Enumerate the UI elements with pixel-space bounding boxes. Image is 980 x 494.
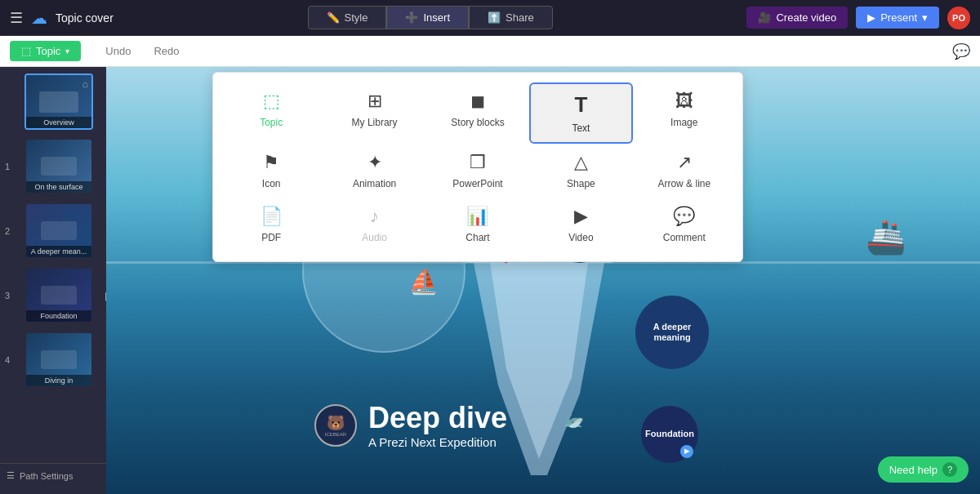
insert-pdf[interactable]: 📄 PDF (220, 198, 323, 251)
sailboat: ⛵ (408, 267, 439, 296)
topic-button[interactable]: ⬚ Topic ▾ (10, 41, 81, 61)
toolbar: ⬚ Topic ▾ Undo Redo 💬 ⬚ Topic ⊞ My Libra… (0, 36, 980, 67)
cloud-icon: ☁ (31, 8, 47, 28)
chart-icon: 📊 (466, 206, 488, 227)
slide-thumbnail-1[interactable]: On the surface (24, 138, 93, 194)
library-icon: ⊞ (368, 91, 382, 112)
need-help-button[interactable]: Need help ? (878, 456, 969, 483)
home-icon: ⌂ (82, 78, 88, 90)
insert-icon[interactable]: ⚑ Icon (220, 144, 323, 198)
insert-topic[interactable]: ⬚ Topic (220, 82, 323, 144)
ship: 🚢 (866, 218, 906, 256)
slide-label-overview: Overview (26, 117, 91, 128)
insert-shape[interactable]: △ Shape (529, 144, 632, 198)
icebear-logo: 🐻 ICEBEAR (314, 404, 357, 447)
insert-comment[interactable]: 💬 Comment (633, 198, 736, 251)
question-mark-icon: ? (942, 462, 957, 477)
animation-icon: ✦ (368, 152, 382, 173)
audio-icon: ♪ (370, 206, 379, 227)
deep-dive-title: Deep dive (368, 401, 507, 435)
topic-icon: ⬚ (21, 45, 31, 57)
topic-insert-icon: ⬚ (263, 91, 280, 112)
whale: 🐋 (564, 410, 584, 429)
chat-icon[interactable]: 💬 (952, 42, 970, 60)
slide-number-2: 2 (5, 226, 10, 236)
slide-label-3: Foundation (26, 310, 91, 322)
insert-audio: ♪ Audio (323, 198, 425, 251)
style-icon: ✏️ (327, 11, 340, 24)
arrow-line-icon: ↗ (677, 152, 692, 173)
slides-sidebar: ⌂ Overview 1 On the surface 2 (0, 67, 106, 494)
node-deeper-meaning[interactable]: A deeper meaning (635, 296, 709, 369)
topbar-left: ☰ ☁ Topic cover (10, 8, 114, 28)
insert-my-library[interactable]: ⊞ My Library (323, 82, 425, 144)
story-blocks-icon: ◼ (470, 91, 485, 112)
slide-thumbnail-4[interactable]: Diving in (24, 332, 93, 388)
insert-text[interactable]: T Text (529, 82, 632, 144)
slide-thumbnail-3[interactable]: Foundation (24, 267, 93, 323)
video-camera-icon: 🎥 (758, 11, 771, 24)
slide-label-2: A deeper mean... (26, 246, 91, 257)
icebear-label: ICEBEAR (325, 432, 346, 437)
pdf-icon: 📄 (261, 206, 283, 227)
hamburger-icon[interactable]: ☰ (10, 9, 23, 27)
avatar[interactable]: PO (947, 7, 970, 29)
slide-number-1: 1 (5, 162, 10, 171)
create-video-button[interactable]: 🎥 Create video (746, 7, 848, 29)
insert-animation[interactable]: ✦ Animation (323, 144, 425, 198)
path-settings[interactable]: ☰ Path Settings (0, 463, 106, 487)
slide-label-4: Diving in (26, 375, 91, 386)
insert-icon: ➕ (405, 11, 418, 24)
play-present-icon: ▶ (867, 11, 875, 24)
insert-arrow-line[interactable]: ↗ Arrow & line (633, 144, 736, 198)
video-icon: ▶ (574, 206, 588, 227)
topic-dropdown-arrow: ▾ (65, 47, 69, 56)
comment-icon: 💬 (673, 206, 695, 227)
insert-image[interactable]: 🖼 Image (633, 82, 736, 144)
play-dot-icon: ▶ (680, 445, 693, 458)
shape-icon: △ (574, 152, 588, 173)
insert-powerpoint[interactable]: ❒ PowerPoint (426, 144, 529, 198)
path-settings-icon: ☰ (7, 470, 15, 481)
insert-dropdown: ⬚ Topic ⊞ My Library ◼ Story blocks T Te… (212, 72, 743, 262)
deep-dive-text: Deep dive A Prezi Next Expedition (368, 401, 507, 449)
topbar: ☰ ☁ Topic cover ✏️ Style ➕ Insert ⬆️ Sha… (0, 0, 980, 36)
insert-story-blocks[interactable]: ◼ Story blocks (426, 82, 529, 144)
undo-button[interactable]: Undo (94, 41, 142, 61)
node-foundation[interactable]: Foundation ▶ (641, 406, 698, 463)
icon-insert-icon: ⚑ (263, 152, 279, 173)
slide-label-1: On the surface (26, 181, 91, 193)
redo-button[interactable]: Redo (142, 41, 190, 61)
topbar-actions: 🎥 Create video ▶ Present ▾ PO (746, 7, 970, 29)
insert-chart[interactable]: 📊 Chart (426, 198, 529, 251)
powerpoint-icon: ❒ (470, 152, 486, 173)
share-icon: ⬆️ (488, 11, 501, 24)
tab-share[interactable]: ⬆️ Share (469, 6, 553, 29)
slide-number-3: 3 (5, 291, 10, 300)
deep-dive-section: 🐻 ICEBEAR Deep dive A Prezi Next Expedit… (314, 401, 507, 449)
document-title: Topic cover (56, 11, 114, 24)
insert-video[interactable]: ▶ Video (529, 198, 632, 251)
tab-style[interactable]: ✏️ Style (308, 6, 387, 29)
topbar-tabs: ✏️ Style ➕ Insert ⬆️ Share (123, 6, 737, 29)
slide-thumbnail-2[interactable]: A deeper mean... (24, 202, 93, 259)
present-button[interactable]: ▶ Present ▾ (856, 7, 939, 29)
deep-dive-subtitle: A Prezi Next Expedition (368, 435, 507, 449)
slide-thumbnail-overview[interactable]: ⌂ Overview (24, 73, 93, 130)
bear-icon: 🐻 (327, 414, 345, 432)
present-dropdown-icon: ▾ (922, 11, 928, 24)
slide-number-4: 4 (5, 355, 10, 365)
text-insert-icon: T (574, 92, 587, 118)
image-insert-icon: 🖼 (675, 91, 693, 112)
tab-insert[interactable]: ➕ Insert (386, 6, 469, 29)
